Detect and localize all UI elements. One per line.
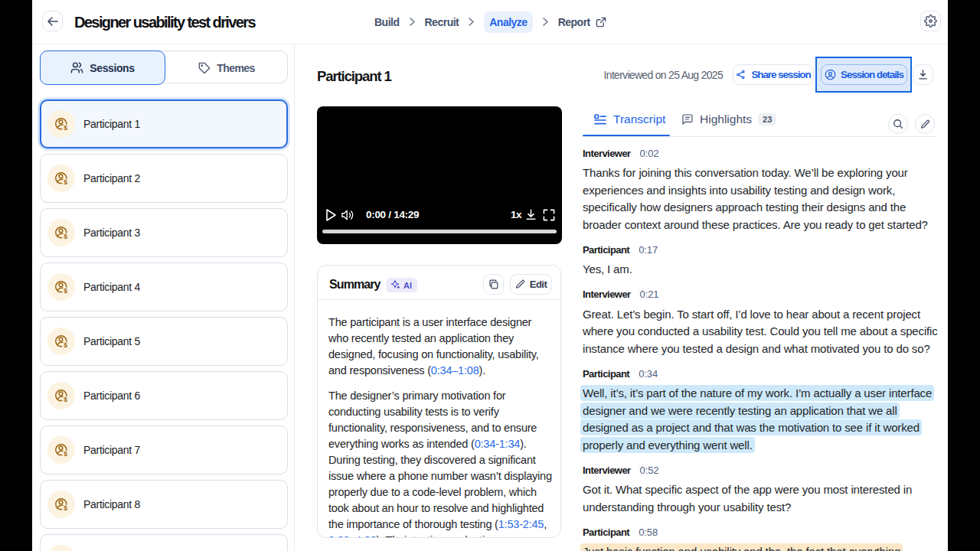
svg-text:$: $ — [64, 178, 67, 186]
svg-text:$: $ — [64, 504, 67, 512]
svg-text:$: $ — [64, 287, 67, 295]
svg-text:$: $ — [64, 233, 67, 240]
svg-text:$: $ — [64, 450, 67, 458]
svg-text:$: $ — [64, 341, 67, 349]
svg-text:$: $ — [64, 396, 67, 403]
svg-text:$: $ — [64, 124, 67, 132]
